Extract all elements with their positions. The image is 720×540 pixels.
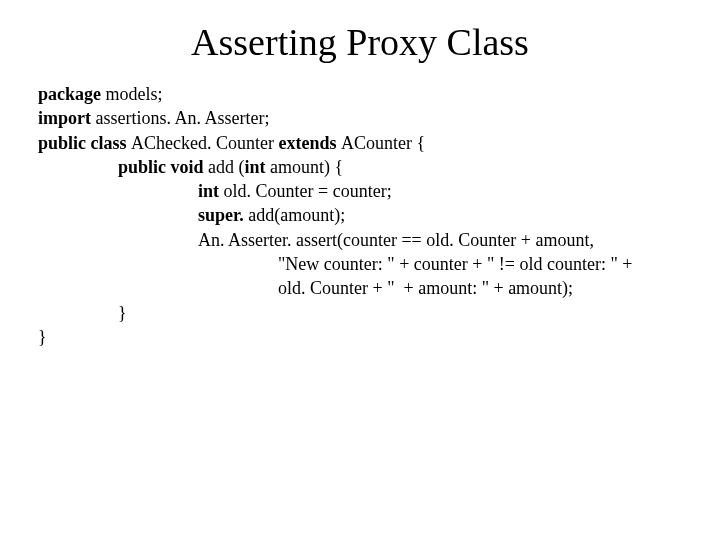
code-line-4: public void add (int amount) { — [38, 155, 700, 179]
code-line-6: super. add(amount); — [38, 203, 700, 227]
code-text: amount) { — [270, 157, 343, 177]
code-line-8: "New counter: " + counter + " != old cou… — [38, 252, 700, 276]
keyword-public-void: public void — [118, 157, 208, 177]
code-line-1: package models; — [38, 82, 700, 106]
keyword-extends: extends — [279, 133, 342, 153]
code-line-5: int old. Counter = counter; — [38, 179, 700, 203]
code-text: ACounter { — [341, 133, 425, 153]
code-text: AChecked. Counter — [131, 133, 278, 153]
code-text: An. Asserter. assert(counter == old. Cou… — [198, 230, 594, 250]
code-line-2: import assertions. An. Asserter; — [38, 106, 700, 130]
code-text: add(amount); — [248, 205, 345, 225]
code-line-9: old. Counter + " + amount: " + amount); — [38, 276, 700, 300]
code-text: "New counter: " + counter + " != old cou… — [278, 254, 632, 274]
keyword-int: int — [245, 157, 271, 177]
code-text: add ( — [208, 157, 244, 177]
code-line-7: An. Asserter. assert(counter == old. Cou… — [38, 228, 700, 252]
keyword-import: import — [38, 108, 96, 128]
code-text: old. Counter + " + amount: " + amount); — [278, 278, 573, 298]
keyword-int: int — [198, 181, 224, 201]
slide: Asserting Proxy Class package models; im… — [0, 0, 720, 540]
code-text: } — [38, 327, 47, 347]
code-text: assertions. An. Asserter; — [96, 108, 270, 128]
code-line-11: } — [38, 325, 700, 349]
code-text: old. Counter = counter; — [224, 181, 392, 201]
keyword-package: package — [38, 84, 106, 104]
slide-title: Asserting Proxy Class — [0, 0, 720, 82]
code-line-3: public class AChecked. Counter extends A… — [38, 131, 700, 155]
code-line-10: } — [38, 301, 700, 325]
keyword-public-class: public class — [38, 133, 131, 153]
keyword-super: super. — [198, 205, 248, 225]
code-text: } — [118, 303, 127, 323]
code-text: models; — [106, 84, 163, 104]
code-block: package models; import assertions. An. A… — [0, 82, 720, 349]
